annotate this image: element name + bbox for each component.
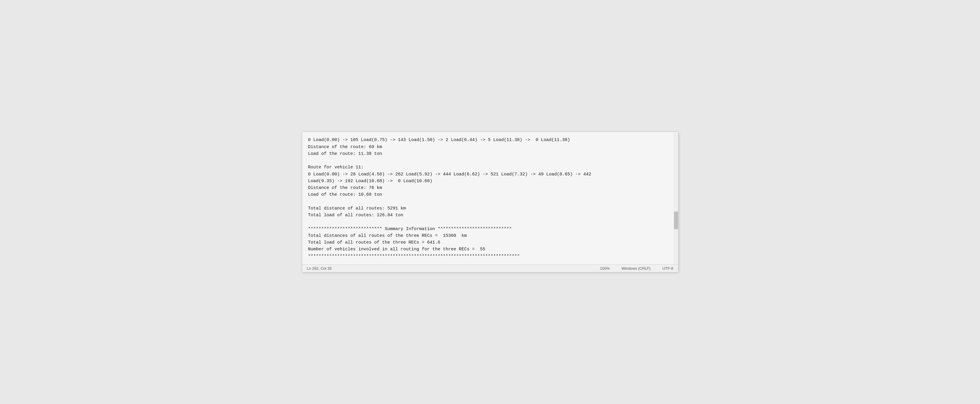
- cursor-position: Ln 292, Col 35: [307, 266, 332, 271]
- editor-body[interactable]: 0 Load(0.00) -> 105 Load(0.75) -> 143 Lo…: [302, 132, 678, 265]
- scrollbar-track[interactable]: [674, 132, 678, 265]
- editor-window: 0 Load(0.00) -> 105 Load(0.75) -> 143 Lo…: [302, 131, 678, 273]
- line-ending: Windows (CRLF): [622, 266, 651, 271]
- scrollbar-thumb[interactable]: [674, 212, 678, 229]
- status-right-group: 100% Windows (CRLF) UTF-8: [600, 266, 673, 271]
- status-position: Ln 292, Col 35: [307, 266, 600, 271]
- editor-text: 0 Load(0.00) -> 105 Load(0.75) -> 143 Lo…: [308, 136, 672, 260]
- zoom-level: 100%: [600, 266, 609, 271]
- encoding: UTF-8: [662, 266, 673, 271]
- status-bar: Ln 292, Col 35 100% Windows (CRLF) UTF-8: [302, 265, 678, 272]
